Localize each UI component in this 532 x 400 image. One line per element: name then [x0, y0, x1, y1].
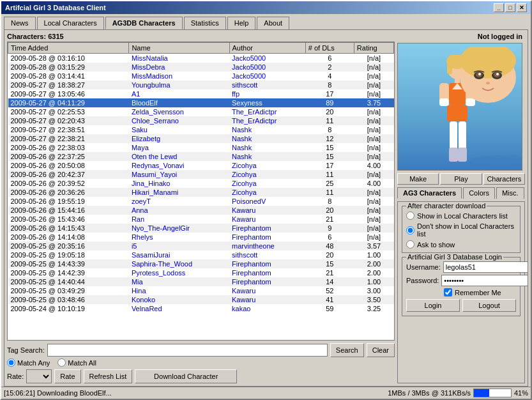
- cell-dls: 11: [305, 188, 354, 197]
- match-all-radio[interactable]: [57, 358, 66, 367]
- tab-help[interactable]: Help: [227, 17, 256, 29]
- table-row[interactable]: 2009-05-24 @ 10:10:19VelnaRedkakao593.25: [8, 304, 394, 313]
- col-rating[interactable]: Rating: [354, 43, 393, 54]
- clear-button[interactable]: Clear: [367, 343, 395, 357]
- table-row[interactable]: 2009-05-26 @ 19:55:19zoeyTPoisonedV8[n/a…: [8, 197, 394, 206]
- cell-name: Chloe_Serrano: [129, 116, 229, 125]
- username-input[interactable]: [443, 261, 528, 273]
- table-row[interactable]: 2009-05-27 @ 02:25:53Zelda_SvenssonThe_E…: [8, 107, 394, 116]
- cell-time: 2009-05-26 @ 20:50:08: [8, 161, 129, 170]
- table-row[interactable]: 2009-05-26 @ 20:36:26Hikari_ManamiZicohy…: [8, 188, 394, 197]
- table-row[interactable]: 2009-05-28 @ 03:15:29MissDebraJacko50002…: [8, 63, 394, 72]
- login-btn-row: Login Logout: [406, 299, 516, 312]
- tag-search-input[interactable]: [47, 344, 328, 357]
- table-row[interactable]: 2009-05-27 @ 13:05:46A1ffp17[n/a]: [8, 89, 394, 98]
- login-button[interactable]: Login: [406, 299, 460, 312]
- cell-author: Firephantom: [229, 268, 305, 277]
- table-row[interactable]: 2009-05-25 @ 14:43:39Saphira-The_WoodFir…: [8, 259, 394, 268]
- cell-name: Hikari_Manami: [129, 188, 229, 197]
- cell-time: 2009-05-26 @ 14:14:08: [8, 233, 129, 242]
- cell-name: Pyrotess_Lodoss: [129, 268, 229, 277]
- play-button[interactable]: Play: [440, 173, 482, 185]
- col-time-added[interactable]: Time Added: [8, 43, 129, 54]
- show-local-radio[interactable]: [406, 212, 414, 220]
- cell-rating: [n/a]: [354, 89, 393, 98]
- tab-local-characters[interactable]: Local Characters: [37, 17, 104, 29]
- cell-author: Kawaru: [229, 206, 305, 215]
- cell-dls: 9: [305, 224, 354, 233]
- table-row[interactable]: 2009-05-27 @ 04:11:29BloodElfSexyness893…: [8, 98, 394, 107]
- minimize-button[interactable]: _: [494, 3, 504, 12]
- table-row[interactable]: 2009-05-25 @ 03:48:46KonokoKawaru413.50: [8, 295, 394, 304]
- table-row[interactable]: 2009-05-26 @ 20:42:37Masumi_YayoiZicohya…: [8, 170, 394, 179]
- dont-show-radio[interactable]: [406, 226, 414, 235]
- cell-dls: 48: [305, 242, 354, 250]
- svg-rect-14: [450, 121, 457, 150]
- table-row[interactable]: 2009-05-26 @ 15:44:16AnnaKawaru20[n/a]: [8, 206, 394, 215]
- cell-time: 2009-05-26 @ 20:42:37: [8, 170, 129, 179]
- table-row[interactable]: 2009-05-26 @ 15:43:46RanKawaru21[n/a]: [8, 215, 394, 224]
- password-input[interactable]: [441, 275, 528, 286]
- table-row[interactable]: 2009-05-27 @ 22:38:21ElizabetgNashk12[n/…: [8, 134, 394, 143]
- table-row[interactable]: 2009-05-25 @ 14:40:44MiaFirephantom141.0…: [8, 277, 394, 286]
- tab-ag3db-characters[interactable]: AG3DB Characters: [105, 17, 183, 29]
- table-row[interactable]: 2009-05-26 @ 14:15:43Nyo_The-AngelGirFir…: [8, 224, 394, 233]
- not-logged-in-text: Not logged in: [397, 33, 525, 40]
- maximize-button[interactable]: □: [505, 3, 515, 12]
- table-row[interactable]: 2009-05-25 @ 20:35:16i5marvintheone483.5…: [8, 242, 394, 250]
- status-right: 1MBs / 3MBs @ 311KBs/s 41%: [388, 388, 528, 397]
- cell-rating: [n/a]: [354, 72, 393, 81]
- table-row[interactable]: 2009-05-26 @ 22:37:25Oten the LewdNashk1…: [8, 152, 394, 161]
- table-row[interactable]: 2009-05-27 @ 02:20:43Chloe_SerranoThe_Er…: [8, 116, 394, 125]
- col-name[interactable]: Name: [129, 43, 229, 54]
- match-any-radio[interactable]: [7, 358, 15, 367]
- ag3-characters-tab[interactable]: AG3 Characters: [397, 187, 462, 199]
- cell-rating: [n/a]: [354, 54, 393, 63]
- characters-table-container[interactable]: Time Added Name Author # of DLs Rating 2…: [7, 42, 395, 341]
- show-local-label: Show in Local Characters list: [417, 212, 508, 220]
- tab-statistics[interactable]: Statistics: [184, 17, 226, 29]
- characters-button[interactable]: Characters: [483, 173, 525, 185]
- logout-button[interactable]: Logout: [462, 299, 516, 312]
- table-row[interactable]: 2009-05-27 @ 18:38:27Youngbulmasithscott…: [8, 81, 394, 89]
- table-row[interactable]: 2009-05-28 @ 03:14:41MissMadisonJacko500…: [8, 72, 394, 81]
- make-button[interactable]: Make: [397, 173, 439, 185]
- table-row[interactable]: 2009-05-25 @ 19:05:18SasamiJuraisithscot…: [8, 250, 394, 259]
- ask-show-radio[interactable]: [406, 240, 414, 249]
- table-row[interactable]: 2009-05-26 @ 20:50:08Redynas_VonaviZicoh…: [8, 161, 394, 170]
- ask-show-option: Ask to show: [406, 240, 516, 249]
- misc-tab[interactable]: Misc.: [496, 187, 524, 199]
- cell-time: 2009-05-26 @ 20:39:52: [8, 179, 129, 188]
- table-row[interactable]: 2009-05-28 @ 03:16:10MissNataliaJacko500…: [8, 54, 394, 63]
- refresh-button[interactable]: Refresh List: [84, 369, 133, 383]
- match-all-label[interactable]: Match All: [57, 358, 96, 367]
- match-any-label[interactable]: Match Any: [7, 358, 50, 367]
- table-row[interactable]: 2009-05-25 @ 03:49:29HinaKawaru523.00: [8, 286, 394, 295]
- close-button[interactable]: ✕: [517, 3, 527, 12]
- characters-table: Time Added Name Author # of DLs Rating 2…: [8, 42, 394, 313]
- table-row[interactable]: 2009-05-25 @ 14:42:39Pyrotess_LodossFire…: [8, 268, 394, 277]
- col-author[interactable]: Author: [229, 43, 305, 54]
- table-row[interactable]: 2009-05-27 @ 22:38:51SakuNashk8[n/a]: [8, 125, 394, 134]
- remember-me-checkbox[interactable]: [444, 288, 452, 296]
- table-row[interactable]: 2009-05-26 @ 14:14:08RhelysFirephantom6[…: [8, 233, 394, 242]
- table-row[interactable]: 2009-05-26 @ 22:38:03MayaNashk15[n/a]: [8, 143, 394, 152]
- download-button[interactable]: Download Character: [135, 369, 237, 383]
- cell-rating: 2.00: [354, 259, 393, 268]
- rate-select[interactable]: [26, 369, 52, 383]
- password-label: Password:: [406, 277, 439, 284]
- cell-name: Anna: [129, 206, 229, 215]
- table-row[interactable]: 2009-05-26 @ 20:39:52Jina_HinakoZicohya2…: [8, 179, 394, 188]
- cell-author: Kawaru: [229, 295, 305, 304]
- chars-panel: After character download Show in Local C…: [397, 201, 525, 383]
- cell-dls: 20: [305, 206, 354, 215]
- svg-rect-11: [439, 98, 449, 106]
- cell-name: Youngbulma: [129, 81, 229, 89]
- search-button[interactable]: Search: [330, 343, 364, 357]
- tab-about[interactable]: About: [257, 17, 289, 29]
- col-dls[interactable]: # of DLs: [305, 43, 354, 54]
- svg-point-24: [478, 73, 481, 75]
- rate-button[interactable]: Rate: [54, 369, 80, 383]
- colors-tab[interactable]: Colors: [463, 187, 495, 199]
- tab-news[interactable]: News: [4, 17, 36, 29]
